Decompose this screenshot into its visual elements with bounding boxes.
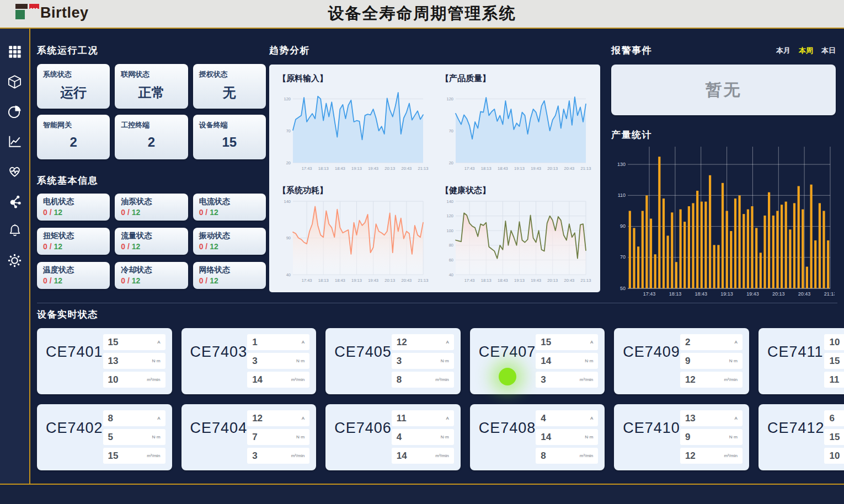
device-card[interactable]: CE74028A5N·m15m³/min: [37, 404, 172, 470]
device-card[interactable]: CE740412A7N·m3m³/min: [181, 404, 317, 470]
metric-value: 10: [108, 374, 119, 385]
info-card-count: 0 / 12: [121, 276, 181, 285]
status-card-value: 运行: [43, 84, 104, 101]
metric-unit: m³/min: [580, 377, 593, 382]
device-card[interactable]: CE741110A15N·m11m³/min: [758, 328, 844, 394]
device-name: CE7411: [767, 344, 825, 388]
metric-value: 12: [252, 413, 263, 424]
svg-text:120: 120: [284, 96, 291, 101]
health-pulse-icon[interactable]: [7, 163, 23, 179]
metric-unit: N·m: [296, 358, 305, 363]
footer-bar: [0, 485, 844, 504]
device-card[interactable]: CE74092A9N·m12m³/min: [614, 328, 749, 394]
info-card-label: 电流状态: [199, 197, 260, 207]
metric-row: 14N·m: [536, 429, 598, 445]
info-card: 振动状态0 / 12: [193, 228, 266, 255]
total-count: 12: [210, 208, 218, 217]
metric-unit: A: [157, 340, 160, 345]
alarm-tab-1[interactable]: 本周: [799, 46, 813, 56]
metric-row: 15A: [103, 334, 165, 350]
device-card[interactable]: CE741013A9N·m12m³/min: [614, 404, 749, 470]
apps-grid-icon[interactable]: [7, 44, 23, 60]
alarm-tab-2[interactable]: 本日: [821, 46, 836, 56]
alarm-empty-text: 暂无: [706, 79, 742, 101]
info-card-label: 流量状态: [121, 231, 181, 241]
alarm-tab-0[interactable]: 本月: [776, 46, 790, 56]
svg-text:18:13: 18:13: [318, 278, 329, 283]
svg-text:21:13: 21:13: [418, 278, 429, 283]
pie-chart-icon[interactable]: [7, 104, 23, 119]
bell-icon[interactable]: [7, 223, 23, 238]
device-card[interactable]: CE74031A3N·m14m³/min: [181, 328, 317, 394]
status-card-label: 智能网关: [43, 120, 104, 130]
info-card: 冷却状态0 / 12: [115, 262, 188, 289]
info-card-label: 温度状态: [43, 265, 104, 275]
metric-row: 8A: [103, 410, 165, 426]
chart-raw-input: 【原料输入】 207012017:4318:1318:4319:1319:432…: [278, 69, 429, 179]
metric-value: 1: [252, 337, 257, 348]
metric-value: 12: [685, 374, 696, 385]
molecule-icon[interactable]: [7, 193, 23, 208]
svg-text:130: 130: [617, 162, 626, 167]
metric-row: 11A: [392, 410, 454, 426]
svg-text:19:13: 19:13: [514, 278, 525, 283]
system-status-grid: 系统状态运行联网状态正常授权状态无智能网关2工控终端2设备终端15: [37, 64, 266, 159]
gear-icon[interactable]: [7, 253, 23, 268]
metric-row: 3m³/min: [247, 448, 309, 464]
metric-unit: m³/min: [291, 377, 305, 382]
alarm-count: 0 /: [199, 208, 210, 217]
metric-value: 10: [829, 451, 840, 462]
cube-3d-icon[interactable]: [7, 74, 23, 89]
info-card-label: 扭矩状态: [43, 231, 104, 241]
line-chart-icon[interactable]: [7, 133, 23, 149]
device-card[interactable]: CE74126A15N·m10m³/min: [758, 404, 844, 470]
metric-value: 11: [397, 413, 407, 424]
device-metrics: 4A14N·m8m³/min: [536, 410, 598, 464]
status-card: 联网状态正常: [115, 64, 188, 109]
device-name: CE7409: [623, 344, 680, 388]
svg-text:20:13: 20:13: [547, 166, 558, 171]
device-card[interactable]: CE740715A14N·m3m³/min: [470, 328, 605, 394]
left-column: 系统运行工况 系统状态运行联网状态正常授权状态无智能网关2工控终端2设备终端15…: [37, 44, 266, 289]
info-card-count: 0 / 12: [199, 208, 260, 217]
device-card[interactable]: CE740115A13N·m10m³/min: [37, 328, 172, 394]
svg-text:19:43: 19:43: [531, 166, 541, 171]
device-card[interactable]: CE740611A4N·m14m³/min: [325, 404, 461, 470]
metric-row: 14m³/min: [247, 372, 309, 388]
svg-text:18:43: 18:43: [335, 166, 345, 171]
svg-text:18:13: 18:13: [481, 278, 492, 283]
metric-value: 14: [252, 374, 263, 385]
info-card: 流量状态0 / 12: [115, 228, 188, 255]
info-card-label: 振动状态: [199, 231, 260, 241]
svg-text:18:13: 18:13: [669, 291, 682, 297]
svg-text:17:43: 17:43: [302, 166, 312, 171]
metric-value: 7: [252, 432, 257, 443]
status-card-label: 工控终端: [121, 120, 181, 130]
metric-unit: A: [446, 416, 448, 421]
device-metrics: 8A5N·m15m³/min: [103, 410, 165, 464]
device-card[interactable]: CE740512A3N·m8m³/min: [325, 328, 461, 394]
svg-text:17:43: 17:43: [643, 291, 656, 297]
sidebar: [0, 29, 30, 484]
health-chart-canvas: 40608010012014017:4318:1318:4319:1319:43…: [441, 197, 591, 284]
metric-unit: m³/min: [580, 453, 593, 458]
metric-row: 12m³/min: [680, 372, 742, 388]
device-metrics: 11A4N·m14m³/min: [392, 410, 454, 464]
info-card-count: 0 / 12: [43, 208, 104, 217]
device-metrics: 15A13N·m10m³/min: [103, 334, 165, 388]
dashboard-page: Birtley 设备全寿命周期管理系统: [0, 0, 844, 504]
status-card-label: 系统状态: [43, 69, 104, 79]
info-card-count: 0 / 12: [199, 242, 260, 251]
right-column: 报警事件 本月本周本日 暂无 产量统计 50709011013017:4318:…: [611, 44, 836, 298]
device-metrics: 1A3N·m14m³/min: [247, 334, 309, 388]
device-name: CE7410: [623, 420, 680, 464]
metric-row: 11m³/min: [824, 372, 844, 388]
info-card-count: 0 / 12: [43, 276, 104, 285]
alarm-count: 0 /: [199, 276, 210, 285]
svg-text:18:43: 18:43: [695, 291, 707, 297]
svg-text:18:13: 18:13: [318, 166, 329, 171]
total-count: 12: [210, 276, 218, 285]
svg-text:100: 100: [446, 228, 453, 233]
metric-row: 15N·m: [824, 429, 844, 445]
device-card[interactable]: CE74084A14N·m8m³/min: [470, 404, 605, 470]
